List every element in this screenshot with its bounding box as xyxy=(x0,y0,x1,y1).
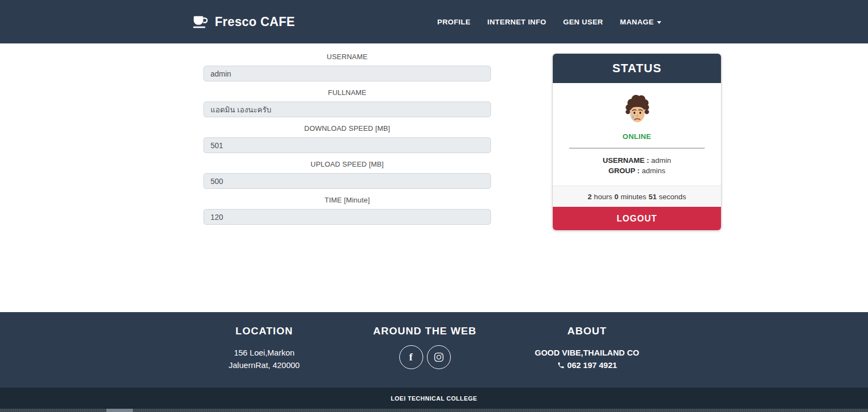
session-hours: 2 xyxy=(588,193,592,201)
logout-button[interactable]: LOGOUT xyxy=(553,207,721,230)
footer-about-section: ABOUT GOOD VIBE,THAILAND CO 062 197 4921 xyxy=(500,312,674,372)
main-content: USERNAME FULLNAME DOWNLOAD SPEED [MB] UP… xyxy=(0,43,868,312)
group-key: GROUP : xyxy=(609,167,640,175)
location-line1: 156 Loei,Markon xyxy=(234,348,295,357)
username-value: admin xyxy=(651,156,671,164)
horizontal-scrollbar-thumb[interactable] xyxy=(106,409,133,412)
about-lines: GOOD VIBE,THAILAND CO 062 197 4921 xyxy=(500,346,674,372)
time-field-group: TIME [Minute] xyxy=(203,196,491,225)
session-hours-unit: hours xyxy=(594,193,612,201)
instagram-icon xyxy=(434,352,444,362)
nav-gen-user-label: GEN USER xyxy=(563,18,603,26)
upload-speed-label: UPLOAD SPEED [MB] xyxy=(203,160,491,168)
download-speed-field-group: DOWNLOAD SPEED [MB] xyxy=(203,124,491,153)
time-label: TIME [Minute] xyxy=(203,196,491,204)
nav-gen-user[interactable]: GEN USER xyxy=(563,18,603,26)
page: Fresco CAFE PROFILE INTERNET INFO GEN US… xyxy=(0,0,868,412)
phone-icon xyxy=(557,362,565,369)
fullname-field-group: FULLNAME xyxy=(203,88,491,117)
avatar xyxy=(622,94,652,125)
nav-manage-label: MANAGE xyxy=(620,18,654,26)
fullname-label: FULLNAME xyxy=(203,88,491,97)
status-card: STATUS xyxy=(552,53,722,231)
upload-speed-input[interactable] xyxy=(203,173,491,189)
phone-number: 062 197 4921 xyxy=(567,359,617,371)
username-field-group: USERNAME xyxy=(203,53,491,81)
location-address: 156 Loei,Markon JaluernRat, 420000 xyxy=(177,346,351,371)
nav-internet-info-label: INTERNET INFO xyxy=(487,18,546,26)
nav-profile-label: PROFILE xyxy=(437,18,470,26)
nav-profile[interactable]: PROFILE xyxy=(437,18,470,26)
username-line: USERNAME : admin xyxy=(553,155,721,166)
instagram-button[interactable] xyxy=(427,345,451,369)
company-name: GOOD VIBE,THAILAND CO xyxy=(535,348,640,357)
group-value: admins xyxy=(642,167,666,175)
session-seconds-unit: seconds xyxy=(659,193,686,201)
status-card-title: STATUS xyxy=(553,54,721,83)
page-footer: LOCATION 156 Loei,Markon JaluernRat, 420… xyxy=(0,312,868,388)
username-key: USERNAME : xyxy=(603,156,649,164)
footer-location-section: LOCATION 156 Loei,Markon JaluernRat, 420… xyxy=(177,312,351,371)
username-label: USERNAME xyxy=(203,53,491,61)
group-line: GROUP : admins xyxy=(553,166,721,176)
bottom-bar-text: LOEI TECHNICAL COLLEGE xyxy=(391,395,477,402)
fullname-input[interactable] xyxy=(203,102,491,117)
download-speed-label: DOWNLOAD SPEED [MB] xyxy=(203,124,491,132)
location-line2: JaluernRat, 420000 xyxy=(229,360,300,370)
about-title: ABOUT xyxy=(500,325,674,337)
nav-manage-dropdown[interactable]: MANAGE xyxy=(620,18,661,26)
chevron-down-icon xyxy=(657,21,661,24)
time-input[interactable] xyxy=(203,209,491,225)
phone-line: 062 197 4921 xyxy=(557,359,617,371)
coffee-cup-icon xyxy=(193,15,209,29)
around-the-web-title: AROUND THE WEB xyxy=(338,325,512,337)
download-speed-input[interactable] xyxy=(203,137,491,153)
bottom-bar: LOEI TECHNICAL COLLEGE xyxy=(0,388,868,409)
main-nav: PROFILE INTERNET INFO GEN USER MANAGE xyxy=(437,0,661,43)
status-card-body: ONLINE USERNAME : admin GROUP : admins xyxy=(553,83,721,186)
online-status-badge: ONLINE xyxy=(553,132,721,141)
horizontal-scrollbar-track[interactable] xyxy=(0,409,868,412)
session-time: 2 hours 0 minutes 51 seconds xyxy=(553,186,721,207)
footer-social-section: AROUND THE WEB f xyxy=(338,312,512,369)
upload-speed-field-group: UPLOAD SPEED [MB] xyxy=(203,160,491,189)
brand-label: Fresco CAFE xyxy=(215,15,295,29)
profile-form: USERNAME FULLNAME DOWNLOAD SPEED [MB] UP… xyxy=(203,53,491,232)
social-links: f xyxy=(338,345,512,369)
location-title: LOCATION xyxy=(177,325,351,337)
brand-link[interactable]: Fresco CAFE xyxy=(193,0,295,43)
facebook-icon: f xyxy=(409,351,412,363)
facebook-button[interactable]: f xyxy=(399,345,423,369)
session-minutes: 0 xyxy=(615,193,619,201)
nav-internet-info[interactable]: INTERNET INFO xyxy=(487,18,546,26)
divider xyxy=(569,148,705,149)
session-minutes-unit: minutes xyxy=(621,193,646,201)
session-seconds: 51 xyxy=(648,193,656,201)
username-input[interactable] xyxy=(203,66,491,81)
top-navbar: Fresco CAFE PROFILE INTERNET INFO GEN US… xyxy=(0,0,868,43)
